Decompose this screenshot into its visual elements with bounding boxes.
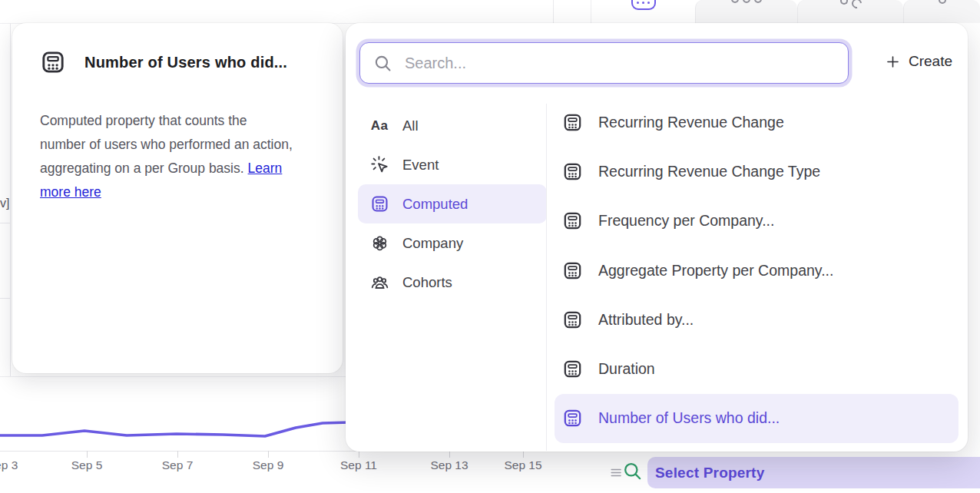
calculator-tab-icon xyxy=(631,0,656,10)
category-all[interactable]: Aa All xyxy=(358,106,547,145)
result-number-of-users-who-did[interactable]: Number of Users who did... xyxy=(555,394,958,443)
property-tooltip-card: Number of Users who did... Computed prop… xyxy=(12,23,343,373)
property-picker-popover: Create Aa All Event Computed Company xyxy=(346,23,968,452)
people-icon xyxy=(369,273,389,292)
create-button-label: Create xyxy=(909,53,952,70)
category-cohorts[interactable]: Cohorts xyxy=(358,263,547,302)
result-label: Recurring Revenue Change Type xyxy=(598,163,820,180)
axis-tick xyxy=(449,451,450,458)
result-recurring-revenue-change-type[interactable]: Recurring Revenue Change Type xyxy=(555,147,958,196)
result-recurring-revenue-change[interactable]: Recurring Revenue Change xyxy=(555,98,958,147)
flower-icon xyxy=(369,233,389,253)
result-frequency-per-company[interactable]: Frequency per Company... xyxy=(555,197,958,246)
plus-icon xyxy=(885,54,901,70)
calculator-icon xyxy=(369,194,389,213)
select-property-field[interactable]: Select Property xyxy=(647,457,980,488)
x-axis-label: Sep 15 xyxy=(504,458,541,472)
background-section-divider xyxy=(0,376,346,377)
background-panel-edge xyxy=(10,23,11,376)
calculator-icon xyxy=(562,408,583,428)
circle-tab-icon xyxy=(939,0,946,19)
result-label: Aggregate Property per Company... xyxy=(598,262,833,280)
x-axis-label: Sep 5 xyxy=(71,458,103,472)
search-icon xyxy=(373,54,392,73)
result-label: Duration xyxy=(598,360,655,378)
result-duration[interactable]: Duration xyxy=(555,344,958,393)
description-line: aggregating on a per Group basis. xyxy=(40,160,244,176)
tooltip-description: Computed property that counts the number… xyxy=(40,109,303,204)
x-axis-label: Sep 11 xyxy=(340,458,377,472)
result-label: Number of Users who did... xyxy=(598,409,780,427)
x-axis-label: Sep 7 xyxy=(162,458,194,472)
calculator-icon xyxy=(562,210,583,231)
results-list: Recurring Revenue Change Recurring Reven… xyxy=(555,98,958,443)
background-row-divider xyxy=(0,298,10,299)
category-computed[interactable]: Computed xyxy=(358,184,547,223)
curve-tab-icon xyxy=(840,0,862,22)
category-label: Event xyxy=(402,157,439,174)
description-line: Computed property that counts the xyxy=(40,109,303,133)
category-event[interactable]: Event xyxy=(358,145,547,184)
description-line: number of users who performed an action, xyxy=(40,133,303,157)
background-row-divider xyxy=(0,223,10,223)
clipped-background-text: v] xyxy=(0,197,9,210)
result-label: Recurring Revenue Change xyxy=(598,114,784,131)
metric-line-chart xyxy=(0,415,349,451)
category-label: Company xyxy=(402,235,463,252)
calculator-icon xyxy=(40,49,66,75)
axis-tick xyxy=(177,451,178,458)
result-label: Attributed by... xyxy=(598,311,694,329)
x-axis-label: Sep 13 xyxy=(430,458,468,472)
tooltip-title: Number of Users who did... xyxy=(84,54,287,71)
axis-tick xyxy=(523,451,524,458)
result-attributed-by[interactable]: Attributed by... xyxy=(555,295,958,344)
x-axis-label: Sep 3 xyxy=(0,458,18,472)
calculator-icon xyxy=(562,112,583,133)
search-box[interactable] xyxy=(359,42,849,84)
chart-type-tabbar xyxy=(591,0,980,23)
aa-icon: Aa xyxy=(369,118,389,134)
circles-tab-icon xyxy=(731,0,762,18)
x-axis-label: Sep 9 xyxy=(253,458,284,472)
category-label: Computed xyxy=(402,196,468,213)
tab-third[interactable] xyxy=(797,0,903,23)
category-company[interactable]: Company xyxy=(358,223,547,263)
category-label: All xyxy=(402,117,419,134)
property-search-icon xyxy=(622,461,643,481)
result-aggregate-property-per-company[interactable]: Aggregate Property per Company... xyxy=(555,246,958,295)
axis-tick xyxy=(87,451,88,458)
metric-editor-screen: v] Sep 3 Sep 5 Sep 7 Sep 9 Sep 11 Sep 13… xyxy=(0,0,980,493)
axis-tick xyxy=(359,451,359,458)
search-input[interactable] xyxy=(403,54,821,73)
calculator-icon xyxy=(562,260,583,281)
calculator-icon xyxy=(562,309,583,330)
tooltip-header: Number of Users who did... xyxy=(12,23,343,75)
tab-second[interactable] xyxy=(695,0,797,23)
category-label: Cohorts xyxy=(402,274,452,291)
result-label: Frequency per Company... xyxy=(598,212,774,230)
tab-computed-active[interactable] xyxy=(591,0,695,23)
calculator-icon xyxy=(562,161,583,182)
cursor-rays-icon xyxy=(369,155,389,174)
axis-tick xyxy=(268,451,269,458)
category-list: Aa All Event Computed Company xyxy=(358,106,547,302)
popover-divider xyxy=(546,104,547,451)
select-property-label: Select Property xyxy=(655,465,764,481)
calculator-icon xyxy=(562,359,583,379)
top-strip-left xyxy=(0,0,554,23)
chart-line xyxy=(0,422,349,436)
create-button[interactable]: Create xyxy=(885,53,952,70)
tab-fourth[interactable] xyxy=(903,0,980,23)
